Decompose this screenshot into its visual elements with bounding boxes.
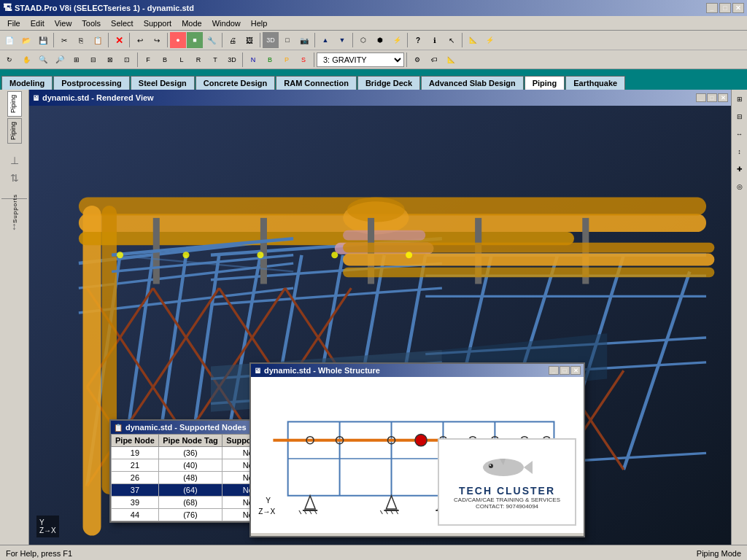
sidebar-tab-piping-2[interactable]: Piping	[7, 118, 22, 144]
iso-view-button[interactable]: 3D	[224, 52, 240, 68]
open-button[interactable]: 📂	[18, 32, 34, 48]
right-tool-2[interactable]: ⊟	[732, 109, 748, 125]
rv-maximize[interactable]: □	[707, 93, 717, 102]
right-tool-6[interactable]: ◎	[732, 179, 748, 195]
zoom-prev-button[interactable]: ⊡	[119, 52, 135, 68]
fish-icon	[478, 455, 536, 482]
right-tool-3[interactable]: ↔	[732, 126, 748, 142]
tab-concrete-design[interactable]: Concrete Design	[196, 76, 275, 90]
node-button[interactable]: ●	[170, 32, 186, 48]
tab-steel-design[interactable]: Steel Design	[131, 76, 195, 90]
new-button[interactable]: 📄	[1, 32, 18, 48]
tab-bridge-deck[interactable]: Bridge Deck	[357, 76, 420, 90]
menu-support[interactable]: Support	[139, 18, 177, 29]
right-view-button[interactable]: R	[190, 52, 206, 68]
left-view-button[interactable]: L	[174, 52, 190, 68]
svg-text:Z→X: Z→X	[258, 508, 275, 516]
dyn-button[interactable]: ⚡	[389, 32, 405, 48]
svg-point-57	[347, 198, 405, 222]
rotate-button[interactable]: ↻	[1, 52, 18, 68]
sep11	[137, 52, 138, 67]
ws-controls[interactable]: _ □ ✕	[549, 366, 581, 375]
prop-button[interactable]: ⚙	[409, 52, 425, 68]
export-button[interactable]: ▼	[334, 32, 350, 48]
print-button[interactable]: 🖨	[225, 32, 241, 48]
view-button2[interactable]: ⬢	[372, 32, 388, 48]
back-view-button[interactable]: B	[157, 52, 173, 68]
view3d-button[interactable]: ⬡	[355, 32, 371, 48]
sidebar-tab-piping-1[interactable]: Piping	[7, 91, 22, 117]
tab-ram-connection[interactable]: RAM Connection	[276, 76, 357, 90]
zoom-in-button[interactable]: 🔍	[35, 52, 51, 68]
tab-modeling[interactable]: Modeling	[1, 76, 53, 90]
rv-close[interactable]: ✕	[718, 93, 728, 102]
print-prev-button[interactable]: 🖼	[241, 32, 258, 48]
beam-button[interactable]: ■	[187, 32, 203, 48]
ws-minimize[interactable]: _	[549, 366, 559, 375]
menu-edit[interactable]: Edit	[26, 18, 49, 29]
tab-advanced-slab[interactable]: Advanced Slab Design	[421, 76, 524, 90]
front-view-button[interactable]: F	[140, 52, 156, 68]
tag-button[interactable]: 🏷	[426, 52, 442, 68]
import-button[interactable]: ▲	[317, 32, 333, 48]
ws-close[interactable]: ✕	[570, 366, 581, 375]
rv-minimize[interactable]: _	[696, 93, 706, 102]
electric-button[interactable]: ⚡	[481, 32, 498, 48]
zoom-out-button[interactable]: 🔎	[52, 52, 68, 68]
window-controls[interactable]: _ □ ✕	[706, 3, 744, 13]
zoom-win-button[interactable]: ⊟	[85, 52, 101, 68]
zoom-sel-button[interactable]: ⊠	[102, 52, 118, 68]
right-tool-4[interactable]: ↕	[732, 144, 748, 160]
tab-postprocessing[interactable]: Postprocessing	[53, 76, 130, 90]
redo-button[interactable]: ↪	[149, 32, 165, 48]
menu-view[interactable]: View	[50, 18, 77, 29]
rendered-view-controls[interactable]: _ □ ✕	[696, 93, 728, 102]
right-tool-5[interactable]: ✚	[732, 161, 748, 177]
camera-button[interactable]: 📷	[296, 32, 312, 48]
menu-file[interactable]: File	[3, 18, 25, 29]
cursor-button[interactable]: ↖	[444, 32, 460, 48]
load-case-dropdown[interactable]: 3: GRAVITY 1: LOAD1 2: WIND 4: SEISMIC	[317, 52, 404, 67]
menu-select[interactable]: Select	[107, 18, 138, 29]
pan-button[interactable]: ✋	[18, 52, 34, 68]
info-button[interactable]: ℹ	[427, 32, 443, 48]
plates-disp-button[interactable]: P	[279, 52, 295, 68]
close-button[interactable]: ✕	[732, 3, 744, 13]
menu-help[interactable]: Help	[247, 18, 272, 29]
nodes-disp-button[interactable]: N	[245, 52, 261, 68]
help-button[interactable]: ?	[410, 32, 426, 48]
ws-maximize[interactable]: □	[560, 366, 570, 375]
menu-window[interactable]: Window	[208, 18, 245, 29]
menu-mode[interactable]: Mode	[177, 18, 206, 29]
copy-button[interactable]: ⎘	[73, 32, 89, 48]
pipe-tool-icon[interactable]: ⊥	[7, 152, 23, 168]
wrench-button[interactable]: 🔧	[204, 32, 220, 48]
tab-piping[interactable]: Piping	[525, 76, 565, 90]
render-button[interactable]: 3D	[263, 32, 279, 48]
maximize-button[interactable]: □	[719, 3, 731, 13]
toolbar-row-1: 📄 📂 💾 ✂ ⎘ 📋 ✕ ↩ ↪ ● ■ 🔧 🖨 🖼 3D □ 📷 ▲ ▼ ⬡…	[0, 31, 747, 50]
top-view-button[interactable]: T	[207, 52, 223, 68]
wire-button[interactable]: □	[279, 32, 295, 48]
measure-button[interactable]: 📐	[465, 32, 481, 48]
save-button[interactable]: 💾	[35, 32, 51, 48]
paste-button[interactable]: 📋	[90, 32, 106, 48]
zoom-all-button[interactable]: ⊞	[69, 52, 85, 68]
status-bar: For Help, press F1 Piping Mode	[0, 545, 747, 560]
right-tool-1[interactable]: ⊞	[732, 91, 748, 107]
svg-rect-53	[83, 206, 101, 536]
beams-disp-button[interactable]: B	[262, 52, 278, 68]
minimize-button[interactable]: _	[706, 3, 718, 13]
svg-marker-116	[524, 461, 533, 474]
tab-earthquake[interactable]: Earthquake	[565, 76, 625, 90]
support-tool-icon[interactable]: ⇅	[7, 170, 23, 186]
cut-button[interactable]: ✂	[56, 32, 72, 48]
undo-button[interactable]: ↩	[132, 32, 148, 48]
sep2	[108, 33, 109, 47]
delete-button[interactable]: ✕	[111, 32, 127, 48]
menu-bar: File Edit View Tools Select Support Mode…	[0, 16, 747, 31]
solid-disp-button[interactable]: S	[295, 52, 311, 68]
menu-tools[interactable]: Tools	[77, 18, 105, 29]
angle-button[interactable]: 📐	[443, 52, 459, 68]
svg-point-118	[489, 464, 491, 466]
